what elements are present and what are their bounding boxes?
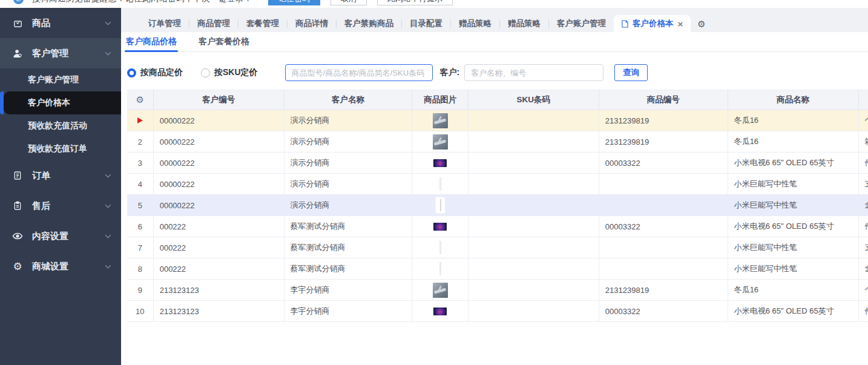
tab-package-management[interactable]: 套餐管理	[238, 18, 287, 29]
tab-order-management[interactable]: 订单管理	[140, 18, 189, 29]
notice-message: 搜狗高速浏览器提醒您：记住此网站密码，下次一键登录！	[32, 0, 252, 4]
browser-notice-bar: E 搜狗高速浏览器提醒您：记住此网站密码，下次一键登录！ 记住密码 取消 此网站…	[0, 0, 868, 8]
sidebar-item-customer-account[interactable]: 客户账户管理	[0, 68, 121, 91]
radio-unselected-icon	[201, 68, 210, 77]
close-icon[interactable]: ×	[678, 19, 683, 28]
col-unit[interactable]: 单位	[858, 90, 868, 110]
table-row[interactable]: 5 00000222 演示分销商 小米巨能写中性笔 盒	[127, 195, 868, 216]
gear-icon: ⚙	[12, 261, 23, 272]
user-icon	[12, 48, 23, 59]
col-product-image[interactable]: 商品图片	[412, 90, 469, 110]
tabstrip-gear-icon[interactable]: ⚙	[697, 19, 705, 28]
sidebar-item-customer-pricebook[interactable]: 客户价格本	[4, 91, 121, 114]
product-thumbnail[interactable]	[433, 307, 447, 315]
tab-gift-strategy-2[interactable]: 赠品策略	[500, 18, 548, 29]
product-thumbnail[interactable]	[433, 223, 447, 231]
chevron-down-icon	[105, 234, 111, 238]
customer-search-input[interactable]	[464, 64, 603, 81]
tab-catalog-config[interactable]: 目录配置	[402, 18, 450, 29]
product-thumbnail[interactable]	[439, 177, 441, 191]
browser-badge-icon: E	[13, 0, 24, 4]
radio-by-sku[interactable]: 按SKU定价	[201, 67, 258, 78]
tab-goods-detail[interactable]: 商品详情	[288, 18, 336, 29]
product-thumbnail[interactable]	[433, 113, 448, 128]
chevron-down-icon	[105, 174, 111, 178]
table-row[interactable]: 9 213123123 李宇分销商 2131239819 冬瓜16 个	[127, 280, 868, 301]
radio-selected-icon	[127, 68, 136, 77]
chevron-down-icon	[105, 51, 111, 56]
sidebar-item-prepay-order[interactable]: 预收款充值订单	[0, 137, 121, 160]
bag-icon	[12, 18, 23, 28]
chevron-down-icon	[105, 21, 111, 25]
sidebar-item-mall-settings[interactable]: ⚙ 商城设置	[0, 251, 121, 281]
main-content: 订单管理 商品管理 套餐管理 商品详情 客户禁购商品 目录配置 赠品策略 赠品策…	[121, 8, 868, 365]
table-row[interactable]: 00000222 演示分销商 2131239819 冬瓜16 个	[127, 110, 868, 131]
tab-gift-strategy-1[interactable]: 赠品策略	[451, 18, 499, 29]
sidebar-item-aftersales[interactable]: 售后	[0, 191, 121, 221]
subtab-customer-package-price[interactable]: 客户套餐价格	[199, 32, 249, 51]
sidebar-item-orders[interactable]: 订单	[0, 160, 121, 191]
eye-icon	[12, 231, 23, 242]
tab-customer-account[interactable]: 客户账户管理	[549, 18, 614, 29]
customer-filter-label: 客户:	[440, 67, 460, 78]
product-thumbnail[interactable]	[439, 262, 441, 275]
sidebar-item-customer-management[interactable]: 客户管理	[0, 38, 121, 68]
sidebar-item-goods[interactable]: 商品	[0, 8, 121, 38]
subtab-customer-product-price[interactable]: 客户商品价格	[126, 32, 177, 51]
table-row[interactable]: 2 00000222 演示分销商 2131239819 冬瓜16 箱	[127, 131, 868, 153]
never-prompt-button[interactable]: 此网站不再提示	[377, 0, 453, 5]
product-thumbnail[interactable]	[433, 134, 448, 150]
col-customer-name[interactable]: 客户名称	[284, 90, 412, 110]
table-row[interactable]: 6 000222 蔡军测试分销商 00003322 小米电视6 65" OLED…	[127, 216, 868, 237]
col-product-name[interactable]: 商品名称	[728, 90, 858, 110]
table-header-row: ⚙ 客户编号 客户名称 商品图片 SKU条码 商品编号 商品名称 单位	[127, 90, 868, 110]
column-settings-gear-icon[interactable]: ⚙	[136, 94, 144, 105]
table-row[interactable]: 8 000222 蔡军测试分销商 小米巨能写中性笔 盒	[127, 258, 868, 280]
chevron-down-icon	[105, 204, 111, 208]
product-thumbnail[interactable]	[436, 197, 445, 213]
table-row[interactable]: 3 00000222 演示分销商 00003322 小米电视6 65" OLED…	[127, 153, 868, 174]
product-search-input[interactable]	[285, 64, 433, 81]
current-row-marker-icon	[137, 117, 143, 123]
filter-bar: 按商品定价 按SKU定价 客户: 查询	[121, 52, 868, 90]
cancel-button[interactable]: 取消	[330, 0, 367, 5]
col-customer-no[interactable]: 客户编号	[153, 90, 284, 110]
radio-by-product[interactable]: 按商品定价	[127, 67, 183, 78]
table-row[interactable]: 10 213123123 李宇分销商 00003322 小米电视6 65" OL…	[127, 301, 868, 322]
pricebook-table: ⚙ 客户编号 客户名称 商品图片 SKU条码 商品编号 商品名称 单位 0000…	[127, 90, 868, 365]
tab-goods-management[interactable]: 商品管理	[189, 18, 238, 29]
sidebar: 商品 客户管理 客户账户管理 客户价格本 预收款充值活动 预收款充值订单	[0, 8, 121, 365]
col-sku-barcode[interactable]: SKU条码	[468, 90, 599, 110]
tab-forbidden-goods[interactable]: 客户禁购商品	[337, 18, 401, 29]
remember-password-button[interactable]: 记住密码	[268, 0, 320, 5]
query-button[interactable]: 查询	[614, 64, 648, 81]
table-row[interactable]: 4 00000222 演示分销商 小米巨能写中性笔 支	[127, 174, 868, 195]
tab-customer-pricebook-active[interactable]: 客户价格本 ×	[614, 15, 691, 32]
col-product-no[interactable]: 商品编号	[599, 90, 728, 110]
app-window: E 搜狗高速浏览器提醒您：记住此网站密码，下次一键登录！ 记住密码 取消 此网站…	[0, 0, 868, 365]
product-thumbnail[interactable]	[433, 159, 447, 167]
chevron-down-icon	[105, 265, 111, 269]
product-thumbnail[interactable]	[433, 283, 448, 298]
page-tabstrip: 订单管理 商品管理 套餐管理 商品详情 客户禁购商品 目录配置 赠品策略 赠品策…	[121, 8, 868, 32]
sidebar-item-content-settings[interactable]: 内容设置	[0, 221, 121, 251]
sidebar-item-prepay-activity[interactable]: 预收款充值活动	[0, 114, 121, 137]
clipboard-icon	[12, 200, 23, 211]
product-thumbnail[interactable]	[439, 241, 441, 254]
table-row[interactable]: 7 000222 蔡军测试分销商 小米巨能写中性笔 支	[127, 237, 868, 258]
subtab-bar: 客户商品价格 客户套餐价格	[121, 32, 868, 52]
document-icon	[622, 20, 628, 28]
order-icon	[12, 170, 23, 181]
